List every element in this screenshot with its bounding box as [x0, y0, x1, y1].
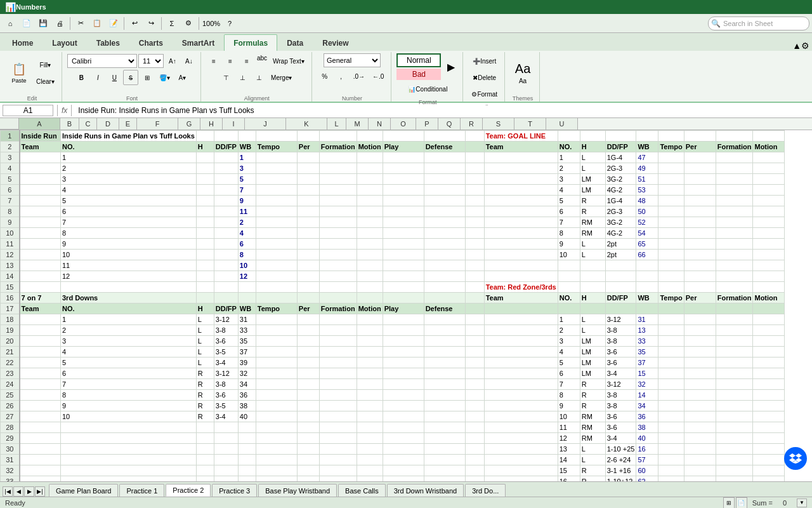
- cell-O4[interactable]: L: [580, 163, 605, 174]
- cell-L9[interactable]: [465, 217, 484, 228]
- cell-C6[interactable]: [196, 185, 214, 196]
- cell-K4[interactable]: [424, 163, 465, 174]
- cell-I21[interactable]: [357, 347, 383, 358]
- cell-H12[interactable]: [319, 250, 357, 260]
- cell-E19[interactable]: 33: [238, 325, 256, 336]
- cell-M8[interactable]: [484, 206, 558, 217]
- cell-E30[interactable]: [238, 444, 256, 455]
- cell-U31[interactable]: [753, 455, 785, 465]
- cell-O5[interactable]: LM: [580, 174, 605, 185]
- row-number[interactable]: 17: [1, 304, 20, 314]
- cell-U33[interactable]: [753, 476, 785, 482]
- cell-I18[interactable]: [357, 314, 383, 325]
- cell-U4[interactable]: [753, 163, 785, 174]
- cell-K20[interactable]: [424, 336, 465, 347]
- row-number[interactable]: 7: [1, 196, 20, 206]
- cell-E1[interactable]: [238, 131, 256, 142]
- font-color-button[interactable]: A▾: [174, 70, 190, 85]
- cell-P17[interactable]: [605, 304, 636, 314]
- cell-Q32[interactable]: 60: [636, 465, 658, 476]
- cell-Q15[interactable]: [636, 282, 658, 293]
- cell-K11[interactable]: [424, 239, 465, 250]
- cell-N20[interactable]: 3: [558, 336, 580, 347]
- cell-F24[interactable]: [256, 379, 297, 390]
- cell-O11[interactable]: L: [580, 239, 605, 250]
- cell-M10[interactable]: [484, 228, 558, 239]
- cell-S23[interactable]: [684, 368, 716, 379]
- undo-btn[interactable]: ↩: [127, 16, 142, 31]
- cell-Q27[interactable]: 36: [636, 411, 658, 422]
- cell-M27[interactable]: [484, 411, 558, 422]
- row-number[interactable]: 32: [1, 465, 20, 476]
- cell-B5[interactable]: 3: [61, 174, 197, 185]
- cell-H14[interactable]: [319, 271, 357, 282]
- tab-practice-1[interactable]: Practice 1: [119, 484, 164, 497]
- cell-L18[interactable]: [465, 314, 484, 325]
- underline-button[interactable]: U: [107, 70, 122, 85]
- cell-J20[interactable]: [383, 336, 424, 347]
- cell-J15[interactable]: [383, 282, 424, 293]
- cell-S5[interactable]: [684, 174, 716, 185]
- cell-K29[interactable]: [424, 433, 465, 444]
- cell-R1[interactable]: [658, 131, 684, 142]
- cell-Q33[interactable]: 62: [636, 476, 658, 482]
- cell-N12[interactable]: 10: [558, 250, 580, 260]
- cell-A11[interactable]: [20, 239, 61, 250]
- cell-I25[interactable]: [357, 390, 383, 401]
- row-number[interactable]: 24: [1, 379, 20, 390]
- cell-R3[interactable]: [658, 152, 684, 163]
- font-shrink-btn[interactable]: A↓: [181, 53, 197, 69]
- cell-K27[interactable]: [424, 411, 465, 422]
- cell-B20[interactable]: 3: [61, 336, 197, 347]
- cell-L11[interactable]: [465, 239, 484, 250]
- cell-S26[interactable]: [684, 401, 716, 411]
- col-header-R[interactable]: R: [461, 118, 483, 130]
- cell-U1[interactable]: [753, 131, 785, 142]
- row-number[interactable]: 13: [1, 260, 20, 271]
- cell-I20[interactable]: [357, 336, 383, 347]
- cell-S18[interactable]: [684, 314, 716, 325]
- cell-B23[interactable]: 6: [61, 368, 197, 379]
- cell-J7[interactable]: [383, 196, 424, 206]
- col-header-N[interactable]: N: [369, 118, 391, 130]
- col-header-F[interactable]: F: [137, 118, 178, 130]
- delete-button[interactable]: ✖ Delete: [469, 70, 499, 85]
- cell-Q4[interactable]: 49: [636, 163, 658, 174]
- row-number[interactable]: 16: [1, 293, 20, 304]
- cell-U23[interactable]: [753, 368, 785, 379]
- cell-H26[interactable]: [319, 401, 357, 411]
- cell-N29[interactable]: 12: [558, 433, 580, 444]
- cell-U25[interactable]: [753, 390, 785, 401]
- themes-button[interactable]: Aa Aa: [510, 57, 535, 90]
- cell-L10[interactable]: [465, 228, 484, 239]
- fill-color-button[interactable]: 🪣▾: [156, 70, 173, 85]
- cell-N25[interactable]: 8: [558, 390, 580, 401]
- cell-L21[interactable]: [465, 347, 484, 358]
- row-number[interactable]: 25: [1, 390, 20, 401]
- cell-D2[interactable]: DD/FP: [214, 142, 238, 152]
- cell-J19[interactable]: [383, 325, 424, 336]
- cell-U9[interactable]: [753, 217, 785, 228]
- cell-Q30[interactable]: 16: [636, 444, 658, 455]
- cell-I15[interactable]: [357, 282, 383, 293]
- cell-M20[interactable]: [484, 336, 558, 347]
- cell-R4[interactable]: [658, 163, 684, 174]
- cell-A33[interactable]: [20, 476, 61, 482]
- cell-B21[interactable]: 4: [61, 347, 197, 358]
- cell-U29[interactable]: [753, 433, 785, 444]
- cell-D27[interactable]: 3-4: [214, 411, 238, 422]
- cell-M19[interactable]: [484, 325, 558, 336]
- cell-K28[interactable]: [424, 422, 465, 433]
- cell-O26[interactable]: R: [580, 401, 605, 411]
- cell-O18[interactable]: L: [580, 314, 605, 325]
- cell-H5[interactable]: [319, 174, 357, 185]
- cell-O14[interactable]: [580, 271, 605, 282]
- col-header-P[interactable]: P: [416, 118, 438, 130]
- cell-F17[interactable]: Tempo: [256, 304, 297, 314]
- number-format-select[interactable]: General: [324, 53, 381, 67]
- cell-U17[interactable]: [753, 304, 785, 314]
- increase-decimal-btn[interactable]: .0→: [350, 69, 368, 84]
- cell-G19[interactable]: [297, 325, 319, 336]
- cell-J12[interactable]: [383, 250, 424, 260]
- cell-L26[interactable]: [465, 401, 484, 411]
